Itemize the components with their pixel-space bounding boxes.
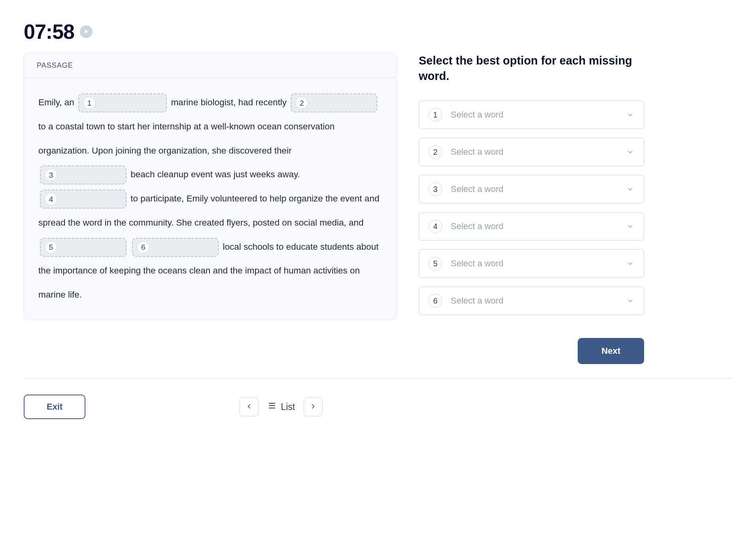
- dropdown-number: 6: [429, 294, 442, 307]
- passage-header: PASSAGE: [24, 53, 396, 78]
- timer-display: 07:58: [24, 20, 74, 44]
- blank-number: 4: [45, 193, 57, 205]
- blank-6: 6: [132, 238, 219, 257]
- chevron-left-icon: [245, 402, 253, 412]
- dropdown-number: 1: [429, 108, 442, 121]
- dropdown-3[interactable]: 3 Select a word: [419, 175, 644, 203]
- passage-text: to a coastal town to start her internshi…: [38, 121, 335, 156]
- chevron-right-icon: [309, 402, 317, 412]
- blank-space: [60, 243, 122, 252]
- dropdown-placeholder: Select a word: [451, 110, 626, 120]
- chevron-down-icon: [626, 148, 634, 156]
- blank-number: 3: [45, 169, 57, 181]
- list-label: List: [281, 402, 295, 412]
- blank-4: 4: [40, 190, 127, 209]
- blank-3: 3: [40, 165, 127, 184]
- dropdown-number: 5: [429, 257, 442, 270]
- play-icon[interactable]: [80, 25, 93, 38]
- passage-body: Emily, an 1 marine biologist, had recent…: [24, 78, 396, 320]
- exit-button[interactable]: Exit: [24, 395, 85, 419]
- dropdown-1[interactable]: 1 Select a word: [419, 101, 644, 129]
- blank-5: 5: [40, 238, 127, 257]
- dropdown-number: 4: [429, 220, 442, 233]
- chevron-down-icon: [626, 111, 634, 119]
- dropdown-placeholder: Select a word: [451, 147, 626, 157]
- passage-card: PASSAGE Emily, an 1 marine biologist, ha…: [24, 53, 397, 320]
- blank-2: 2: [291, 93, 377, 112]
- footer-nav: Exit List: [24, 395, 732, 419]
- dropdown-4[interactable]: 4 Select a word: [419, 212, 644, 241]
- dropdown-number: 3: [429, 182, 442, 196]
- chevron-down-icon: [626, 185, 634, 193]
- passage-text: Emily, an: [38, 97, 77, 107]
- next-button[interactable]: Next: [578, 338, 644, 364]
- dropdown-6[interactable]: 6 Select a word: [419, 287, 644, 315]
- chevron-down-icon: [626, 222, 634, 230]
- chevron-down-icon: [626, 260, 634, 268]
- pager: List: [240, 397, 323, 416]
- timer-row: 07:58: [24, 20, 732, 44]
- main-layout: PASSAGE Emily, an 1 marine biologist, ha…: [24, 53, 732, 364]
- blank-space: [99, 98, 162, 108]
- blank-space: [311, 98, 372, 108]
- dropdown-list: 1 Select a word 2 Select a word 3 Select…: [419, 101, 644, 315]
- chevron-down-icon: [626, 297, 634, 305]
- blank-number: 6: [137, 241, 149, 254]
- list-button[interactable]: List: [267, 401, 295, 413]
- list-icon: [267, 401, 277, 413]
- dropdown-placeholder: Select a word: [451, 221, 626, 232]
- blank-space: [153, 243, 214, 252]
- blank-space: [60, 170, 122, 180]
- next-page-button[interactable]: [304, 397, 323, 416]
- blank-space: [60, 194, 122, 204]
- blank-number: 2: [295, 97, 308, 109]
- dropdown-number: 2: [429, 145, 442, 159]
- dropdown-2[interactable]: 2 Select a word: [419, 138, 644, 166]
- dropdown-placeholder: Select a word: [451, 296, 626, 306]
- right-column: Select the best option for each missing …: [419, 53, 644, 364]
- dropdown-5[interactable]: 5 Select a word: [419, 249, 644, 278]
- dropdown-placeholder: Select a word: [451, 184, 626, 194]
- prev-button[interactable]: [240, 397, 259, 416]
- dropdown-placeholder: Select a word: [451, 258, 626, 269]
- divider: [24, 378, 732, 379]
- instruction-text: Select the best option for each missing …: [419, 53, 644, 84]
- blank-1: 1: [78, 93, 167, 112]
- passage-text: marine biologist, had recently: [171, 97, 289, 107]
- blank-number: 1: [83, 97, 96, 109]
- blank-number: 5: [45, 241, 57, 254]
- passage-text: beach cleanup event was just weeks away.: [130, 169, 300, 179]
